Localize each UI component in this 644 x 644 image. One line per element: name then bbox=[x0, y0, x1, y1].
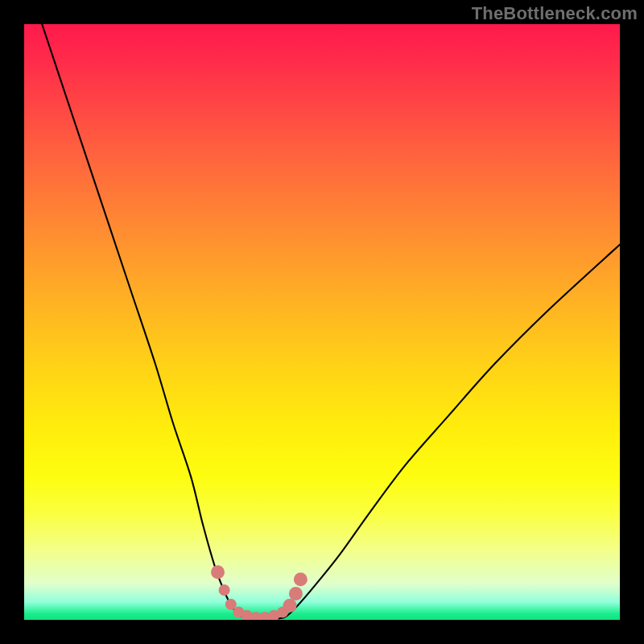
chart-marker bbox=[219, 584, 230, 596]
chart-marker bbox=[211, 565, 225, 579]
chart-plot-area bbox=[24, 24, 620, 620]
watermark-text: TheBottleneck.com bbox=[472, 3, 638, 24]
chart-svg bbox=[24, 24, 620, 620]
chart-marker bbox=[289, 587, 303, 601]
chart-marker bbox=[294, 572, 308, 586]
chart-frame: TheBottleneck.com bbox=[0, 0, 644, 644]
chart-curve bbox=[42, 24, 620, 619]
chart-marker bbox=[283, 599, 297, 613]
chart-markers bbox=[211, 565, 308, 620]
